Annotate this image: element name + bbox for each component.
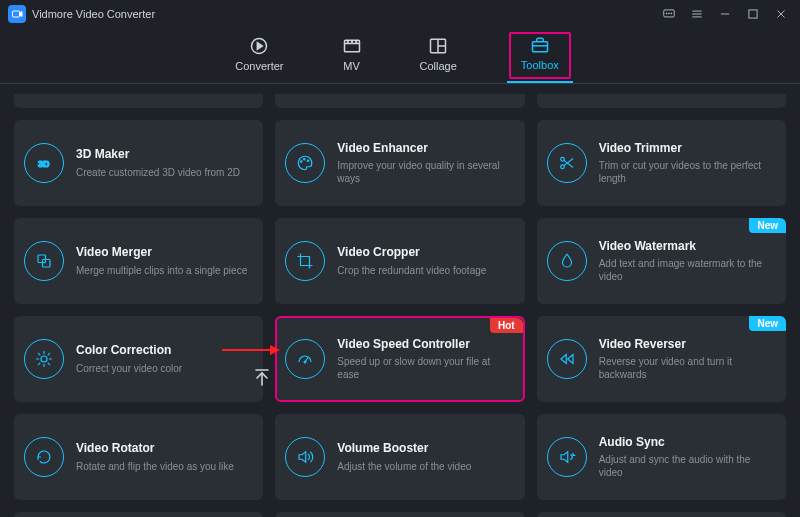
svg-point-33: [41, 356, 47, 362]
tool-desc: Reverse your video and turn it backwards: [599, 355, 774, 381]
gauge-icon: [285, 339, 325, 379]
speaker-icon: [285, 437, 325, 477]
svg-point-28: [560, 165, 564, 169]
menu-icon[interactable]: [690, 7, 704, 21]
svg-marker-47: [561, 452, 568, 463]
tool-title: 3D Maker: [76, 147, 251, 161]
tool-desc: Create customized 3D video from 2D: [76, 166, 251, 179]
app-logo-icon: [8, 5, 26, 23]
tool-video-speed-controller[interactable]: Hot Video Speed Controller Speed up or s…: [275, 316, 524, 402]
tool-title: Video Rotator: [76, 441, 251, 455]
tool-volume-booster[interactable]: Volume Booster Adjust the volume of the …: [275, 414, 524, 500]
tool-title: Audio Sync: [599, 435, 774, 449]
svg-marker-45: [567, 355, 572, 364]
badge-new: New: [749, 218, 786, 233]
tool-title: Volume Booster: [337, 441, 512, 455]
maximize-button[interactable]: [746, 7, 760, 21]
tool-title: Video Merger: [76, 245, 251, 259]
toolbox-content: 3D 3D Maker Create customized 3D video f…: [0, 86, 800, 517]
svg-point-17: [355, 41, 356, 42]
svg-text:3D: 3D: [38, 159, 50, 169]
tool-video-rotator[interactable]: Video Rotator Rotate and flip the video …: [14, 414, 263, 500]
tool-title: Video Cropper: [337, 245, 512, 259]
close-button[interactable]: [774, 7, 788, 21]
badge-hot: Hot: [490, 318, 523, 333]
svg-point-2: [666, 13, 667, 14]
svg-line-41: [48, 353, 50, 355]
svg-marker-13: [258, 42, 263, 49]
svg-marker-46: [299, 452, 306, 463]
tool-desc: Improve your video quality in several wa…: [337, 159, 512, 185]
svg-rect-0: [13, 11, 20, 17]
svg-point-25: [304, 159, 306, 161]
tab-label: Converter: [235, 60, 283, 72]
tool-video-trimmer[interactable]: Video Trimmer Trim or cut your videos to…: [537, 120, 786, 206]
window-controls: [662, 7, 792, 21]
svg-point-43: [304, 361, 306, 363]
droplet-icon: [547, 241, 587, 281]
row-cutoff-bottom: [14, 512, 786, 517]
tool-video-merger[interactable]: Video Merger Merge multiple clips into a…: [14, 218, 263, 304]
svg-rect-9: [749, 10, 757, 18]
tool-desc: Trim or cut your videos to the perfect l…: [599, 159, 774, 185]
tab-mv[interactable]: MV: [336, 34, 368, 78]
tool-video-cropper[interactable]: Video Cropper Crop the redundant video f…: [275, 218, 524, 304]
tab-converter[interactable]: Converter: [229, 34, 289, 78]
palette-icon: [285, 143, 325, 183]
sun-icon: [24, 339, 64, 379]
crop-icon: [285, 241, 325, 281]
svg-rect-31: [38, 255, 46, 263]
tool-title: Color Correction: [76, 343, 251, 357]
tab-collage[interactable]: Collage: [414, 34, 463, 78]
feedback-icon[interactable]: [662, 7, 676, 21]
svg-point-24: [301, 161, 303, 163]
svg-point-26: [308, 160, 310, 162]
tool-grid: 3D 3D Maker Create customized 3D video f…: [14, 120, 786, 500]
tool-title: Video Trimmer: [599, 141, 774, 155]
tool-video-reverser[interactable]: New Video Reverser Reverse your video an…: [537, 316, 786, 402]
tool-desc: Merge multiple clips into a single piece: [76, 264, 251, 277]
tool-desc: Adjust and sync the audio with the video: [599, 453, 774, 479]
svg-line-38: [38, 353, 40, 355]
title-bar: Vidmore Video Converter: [0, 0, 800, 28]
merge-icon: [24, 241, 64, 281]
tool-desc: Crop the redundant video footage: [337, 264, 512, 277]
3d-icon: 3D: [24, 143, 64, 183]
svg-point-16: [351, 41, 352, 42]
scissors-icon: [547, 143, 587, 183]
tab-label: Toolbox: [521, 59, 559, 71]
main-tabs: Converter MV Collage Toolbox: [0, 28, 800, 84]
tool-video-watermark[interactable]: New Video Watermark Add text and image w…: [537, 218, 786, 304]
tool-audio-sync[interactable]: Audio Sync Adjust and sync the audio wit…: [537, 414, 786, 500]
tool-color-correction[interactable]: Color Correction Correct your video colo…: [14, 316, 263, 402]
tool-title: Video Watermark: [599, 239, 774, 253]
tool-desc: Speed up or slow down your file at ease: [337, 355, 512, 381]
tool-desc: Correct your video color: [76, 362, 251, 375]
svg-line-40: [38, 363, 40, 365]
svg-point-3: [669, 13, 670, 14]
svg-point-4: [671, 13, 672, 14]
badge-new: New: [749, 316, 786, 331]
app-title: Vidmore Video Converter: [32, 8, 155, 20]
svg-rect-32: [43, 260, 51, 268]
tab-toolbox[interactable]: Toolbox: [509, 32, 571, 79]
svg-rect-21: [532, 42, 547, 52]
tool-3d-maker[interactable]: 3D 3D Maker Create customized 3D video f…: [14, 120, 263, 206]
row-cutoff-top: [14, 94, 786, 108]
tool-video-enhancer[interactable]: Video Enhancer Improve your video qualit…: [275, 120, 524, 206]
svg-line-39: [48, 363, 50, 365]
svg-point-15: [347, 41, 348, 42]
tab-label: Collage: [420, 60, 457, 72]
tool-title: Video Enhancer: [337, 141, 512, 155]
minimize-button[interactable]: [718, 7, 732, 21]
tool-title: Video Speed Controller: [337, 337, 512, 351]
tab-label: MV: [343, 60, 360, 72]
tool-desc: Add text and image watermark to the vide…: [599, 257, 774, 283]
svg-point-27: [560, 157, 564, 161]
tool-desc: Adjust the volume of the video: [337, 460, 512, 473]
tool-title: Video Reverser: [599, 337, 774, 351]
rotate-icon: [24, 437, 64, 477]
svg-marker-44: [561, 355, 566, 364]
audio-sync-icon: [547, 437, 587, 477]
rewind-icon: [547, 339, 587, 379]
